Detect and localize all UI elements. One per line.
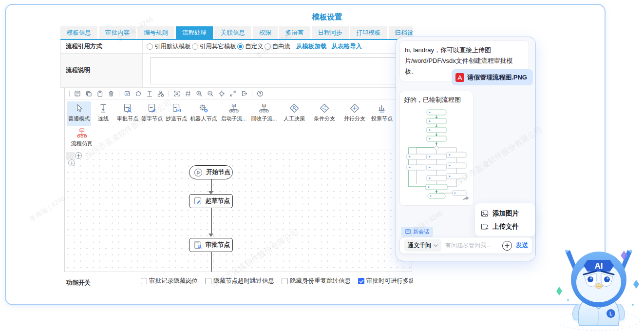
page-title: 模板设置: [50, 12, 605, 22]
radio-custom[interactable]: 自定义: [237, 42, 264, 51]
radio-default-template[interactable]: 引用默认模板: [147, 42, 191, 51]
checkbox[interactable]: [205, 278, 211, 284]
palette-process-simulation[interactable]: 流程仿真: [68, 127, 96, 147]
grid-icon[interactable]: [185, 90, 191, 97]
share-icon[interactable]: [462, 195, 470, 202]
checkbox[interactable]: [282, 278, 288, 284]
node-label: 审批节点: [206, 241, 230, 249]
palette-approval-node[interactable]: 审批节点: [115, 101, 140, 126]
properties-icon[interactable]: [74, 90, 81, 97]
node-label: 开始节点: [206, 168, 230, 176]
multiselect-icon[interactable]: [124, 90, 131, 97]
canvas-draft-node[interactable]: 起草节点: [189, 194, 233, 208]
palette-connector[interactable]: 连线: [91, 101, 115, 126]
palette-label: 投票节点: [371, 115, 393, 122]
load-from-template-link[interactable]: 从模板加载: [296, 42, 327, 51]
palette-recall-subflow-node[interactable]: 回收子流...: [249, 101, 279, 126]
radio-other-template[interactable]: 引用其它模板: [192, 42, 236, 51]
tab-process-handling[interactable]: 流程处理: [176, 26, 213, 39]
connector-line: [211, 208, 212, 234]
uploaded-file-bubble[interactable]: 请假管理流程图.PNG: [452, 69, 533, 85]
palette-label: 连线: [98, 115, 109, 122]
palette-label: 并行分支: [344, 115, 365, 122]
palette-normal-mode[interactable]: 普通模式: [67, 101, 91, 126]
add-attachment-button[interactable]: [502, 241, 512, 251]
shape-icon[interactable]: [135, 90, 142, 97]
palette-start-subflow-node[interactable]: 启动子流...: [219, 101, 249, 126]
switch-hide-position[interactable]: 审批记录隐藏岗位: [141, 277, 198, 285]
radio-circle-selected[interactable]: [237, 43, 244, 50]
palette-parallel-branch-node[interactable]: 并行分支: [340, 101, 370, 126]
switch-hide-duplicate-skip[interactable]: 隐藏身份重复跳过信息: [282, 277, 351, 285]
minimap[interactable]: [66, 152, 75, 159]
fit-view-icon[interactable]: [173, 90, 180, 97]
tab-related-info[interactable]: 关联信息: [214, 26, 251, 39]
send-button[interactable]: 发送: [516, 241, 528, 250]
node-palette: 普通模式 连线 审批节点 签字节点 抄送节点 机器人节点: [67, 101, 412, 126]
palette-sign-node[interactable]: 签字节点: [140, 101, 164, 126]
palette-vote-node[interactable]: 投票节点: [370, 101, 394, 126]
text-icon[interactable]: [146, 90, 153, 97]
attach-menu-popup: 添加图片 上传文件: [475, 203, 535, 236]
palette-cc-node[interactable]: 抄送节点: [164, 101, 189, 126]
connector-line: [211, 252, 212, 272]
fullscreen-icon[interactable]: [229, 90, 236, 97]
model-selector[interactable]: 通义千问: [404, 239, 441, 252]
process-desc-label: 流程说明: [61, 54, 143, 87]
radio-circle[interactable]: [265, 43, 271, 50]
toolbar-separator: [119, 91, 119, 97]
tab-bar: 模板信息 审批内容 编号规则 流程处理 关联信息 权限 多语言 日程同步 打印模…: [60, 26, 413, 39]
diamond-decoration: [633, 280, 639, 289]
palette-label: 回收子流...: [251, 115, 277, 122]
tab-multilang[interactable]: 多语言: [279, 26, 310, 39]
tab-permissions[interactable]: 权限: [253, 26, 278, 39]
checkbox[interactable]: [141, 278, 147, 284]
process-desc-textarea[interactable]: [151, 57, 410, 84]
tab-numbering-rules[interactable]: 编号规则: [137, 26, 174, 39]
zoom-out-icon[interactable]: [207, 90, 214, 97]
zoom-in-canvas-button[interactable]: [75, 152, 82, 159]
new-session-button[interactable]: 新会话: [401, 227, 433, 237]
switch-hide-timeout-skip[interactable]: 隐藏节点超时跳过信息: [205, 277, 274, 285]
ai-assistant-panel: hi, landray，你可以直接上传图片/word/PDF/vsdx文件创建流…: [396, 37, 536, 261]
locate-icon[interactable]: [218, 90, 225, 97]
radio-label: 自由流: [272, 42, 291, 51]
palette-robot-node[interactable]: 机器人节点: [189, 101, 219, 126]
editor-toolbar: [65, 88, 412, 99]
flow-canvas[interactable]: 开始节点 起草节点 审批节点: [65, 150, 412, 272]
palette-label: 签字节点: [141, 115, 163, 122]
palette-condition-branch-node[interactable]: 条件分支: [309, 101, 340, 126]
zoom-in-icon[interactable]: [196, 90, 203, 97]
chat-input-bar: 通义千问 有问题尽管问我... 发送: [399, 237, 533, 254]
tab-template-info[interactable]: 模板信息: [60, 26, 97, 39]
help-icon[interactable]: [257, 90, 264, 97]
switch-multilevel-communication[interactable]: 审批时可进行多级沟通: [358, 277, 413, 285]
add-image-menu-item[interactable]: 添加图片: [475, 207, 535, 220]
ai-robot-mascot[interactable]: L AI: [553, 229, 644, 333]
flowchart-preview-image[interactable]: [404, 107, 469, 201]
palette-manual-decision-node[interactable]: 人工决策: [279, 101, 309, 126]
checkbox-checked[interactable]: [358, 278, 364, 284]
canvas-approval-node[interactable]: 审批节点: [189, 238, 233, 252]
tab-approval-content[interactable]: 审批内容: [99, 26, 136, 39]
upload-file-menu-item[interactable]: 上传文件: [475, 220, 535, 233]
canvas-start-node[interactable]: 开始节点: [189, 165, 233, 179]
add-node-button[interactable]: [68, 159, 75, 166]
palette-label: 审批节点: [117, 115, 138, 122]
import-from-table-link[interactable]: 从表格导入: [332, 42, 362, 51]
subflow-icon[interactable]: [157, 90, 164, 97]
radio-circle[interactable]: [192, 43, 198, 50]
paste-icon[interactable]: [96, 90, 103, 97]
tab-print-template[interactable]: 打印模板: [350, 26, 387, 39]
feature-switches-label: 功能开关: [66, 279, 91, 287]
ai-badge-text: AI: [595, 261, 603, 271]
chat-input[interactable]: 有问题尽管问我...: [445, 241, 498, 250]
palette-label: 流程仿真: [71, 140, 93, 147]
toolbar-separator: [252, 91, 252, 97]
copy-icon[interactable]: [85, 90, 92, 97]
delete-icon[interactable]: [108, 90, 114, 97]
export-icon[interactable]: [241, 90, 247, 97]
tab-calendar-sync[interactable]: 日程同步: [312, 26, 349, 39]
radio-circle[interactable]: [147, 43, 153, 50]
radio-free-flow[interactable]: 自由流: [265, 42, 291, 51]
